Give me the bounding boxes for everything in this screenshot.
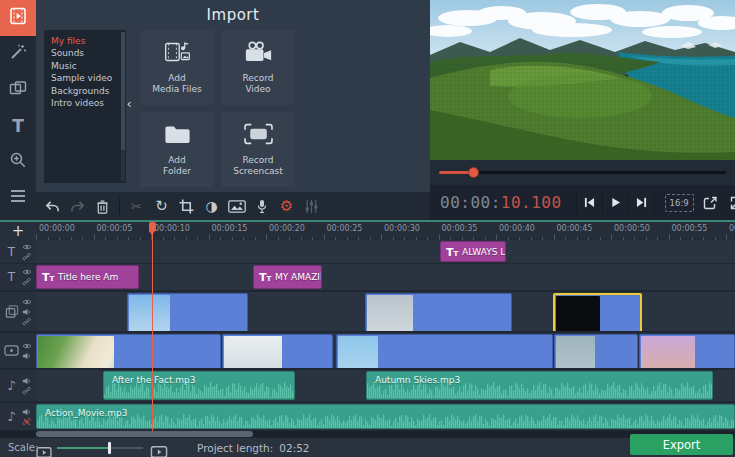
- category-backgrounds[interactable]: Backgrounds: [51, 85, 118, 97]
- category-music[interactable]: Music: [51, 60, 118, 72]
- clip-properties-button[interactable]: ⚙: [275, 195, 298, 217]
- action-label: Add Media Files: [152, 73, 202, 95]
- clip-title-track-2-1[interactable]: TT MY AMAZING: [253, 265, 322, 289]
- previous-frame-button[interactable]: [576, 192, 602, 214]
- category-sample-video[interactable]: Sample video: [51, 72, 118, 84]
- fullscreen-icon: [730, 196, 735, 210]
- scale-slider-handle[interactable]: [108, 442, 111, 454]
- playhead[interactable]: [152, 222, 153, 431]
- action-folder[interactable]: Add Folder: [140, 112, 214, 187]
- import-actions: Add Media Files Record Video Add Folder …: [140, 30, 295, 187]
- zoom-fit-button[interactable]: [36, 443, 52, 454]
- crop-icon: [179, 199, 194, 214]
- clip-video-track-4[interactable]: tracking-lo: [639, 334, 735, 368]
- sidebar-item-more[interactable]: [0, 180, 36, 216]
- clip-overlay-track-2[interactable]: Camera.n: [553, 293, 642, 331]
- color-adjustments-button[interactable]: ◑: [200, 195, 223, 217]
- seek-handle[interactable]: [468, 167, 479, 178]
- speaker-toggle[interactable]: [22, 377, 33, 385]
- pan-zoom-button[interactable]: [225, 195, 248, 217]
- action-label: Add Folder: [163, 155, 191, 177]
- preview-options: 16:9: [665, 192, 735, 214]
- clip-overlay-track-1[interactable]: girl-walking-down-road-to: [365, 293, 512, 331]
- sidebar-item-zoom[interactable]: [0, 144, 36, 180]
- track-body-audio-track-1[interactable]: After the Fact.mp3 Autumn Skies.mp3: [36, 370, 735, 401]
- clip-video-track-3[interactable]: southern: [554, 334, 638, 368]
- audio-levels-button[interactable]: [300, 195, 323, 217]
- track-body-title-track-1[interactable]: TT ALWAYS LOV: [36, 240, 735, 263]
- sidebar-item-titles[interactable]: T: [0, 108, 36, 144]
- track-row-overlay-track: beautiful-nature-no girl-walking-down-ro…: [0, 292, 735, 331]
- eye-toggle[interactable]: [22, 268, 33, 276]
- title-track-icon: T: [8, 245, 15, 259]
- sidebar: T: [0, 0, 36, 222]
- zoom-clip-button[interactable]: [150, 443, 168, 455]
- clip-audio-track-1-0[interactable]: After the Fact.mp3: [103, 371, 295, 400]
- add-track-button[interactable]: +: [3, 222, 33, 240]
- clip-thumbnail: [367, 295, 413, 331]
- clip-title-track-2-0[interactable]: TT Title here Am: [36, 265, 139, 289]
- speaker-toggle[interactable]: [22, 352, 33, 360]
- split-button[interactable]: ✂: [125, 195, 148, 217]
- track-row-audio-track-1: ♪After the Fact.mp3 Autumn Skies.mp3: [0, 370, 735, 401]
- redo-button[interactable]: [66, 195, 89, 217]
- media-category-list: My files Sounds Music Sample video Backg…: [44, 30, 126, 183]
- speaker-toggle[interactable]: [22, 308, 33, 316]
- sidebar-item-transitions[interactable]: [0, 72, 36, 108]
- track-head-title-track-2: T: [0, 264, 36, 290]
- mute-speaker-icon: [22, 308, 32, 316]
- track-body-overlay-track[interactable]: beautiful-nature-no girl-walking-down-ro…: [36, 292, 735, 331]
- seek-bar[interactable]: [439, 171, 726, 174]
- scale-slider[interactable]: [57, 447, 143, 449]
- clip-audio-track-1-1[interactable]: Autumn Skies.mp3: [366, 371, 713, 400]
- clip-video-track-0[interactable]: aerial-of-empty-beach-and-beach-h: [36, 334, 221, 368]
- eye-toggle[interactable]: [22, 342, 33, 350]
- clip-video-track-1[interactable]: clouds-over-rock: [222, 334, 333, 368]
- track-body-video-track[interactable]: aerial-of-empty-beach-and-beach-h clouds…: [36, 333, 735, 368]
- clip-overlay-track-0[interactable]: beautiful-nature-no: [127, 293, 248, 331]
- link-broken-toggle[interactable]: [22, 418, 33, 426]
- timeline-separator: [0, 220, 735, 222]
- next-frame-button[interactable]: [628, 192, 655, 214]
- collapse-panel-chevron[interactable]: ‹: [124, 92, 134, 114]
- record-audio-button[interactable]: [250, 195, 273, 217]
- track-row-title-track-1: TTT ALWAYS LOV: [0, 240, 735, 263]
- crop-button[interactable]: [175, 195, 198, 217]
- play-button[interactable]: [602, 192, 628, 214]
- export-button[interactable]: Export: [630, 434, 733, 455]
- link-toggle[interactable]: [22, 387, 33, 395]
- clip-video-track-2[interactable]: rolling-grass-hills-in-copenhagen-denmar…: [336, 334, 553, 368]
- track-head-video-track: [0, 333, 36, 368]
- preview-panel: 00:00:10.100 16:9: [430, 0, 735, 220]
- link-toggle[interactable]: [22, 253, 33, 261]
- action-media-files[interactable]: Add Media Files: [140, 30, 214, 105]
- ruler-label: 00:00:20: [269, 224, 305, 233]
- category-intro-videos[interactable]: Intro videos: [51, 97, 118, 109]
- category-sounds[interactable]: Sounds: [51, 47, 118, 59]
- action-video-camera[interactable]: Record Video: [221, 30, 295, 105]
- timeline-ruler[interactable]: 00:00:0000:00:0500:00:1000:00:1500:00:20…: [36, 222, 735, 240]
- track-body-audio-track-2[interactable]: Action_Movie.mp3: [36, 403, 735, 430]
- clip-thumbnail: [129, 295, 170, 331]
- undo-button[interactable]: [41, 195, 64, 217]
- category-my-files[interactable]: My files: [51, 35, 118, 47]
- sidebar-item-import[interactable]: [0, 0, 36, 36]
- aspect-ratio-button[interactable]: 16:9: [665, 194, 694, 212]
- sidebar-item-filters[interactable]: [0, 36, 36, 72]
- action-screencast[interactable]: Record Screencast: [221, 112, 295, 187]
- eye-toggle[interactable]: [22, 243, 33, 251]
- track-body-title-track-2[interactable]: TT Title here AmTT MY AMAZING: [36, 264, 735, 290]
- delete-button[interactable]: [91, 195, 114, 217]
- ruler-label: 00:00:25: [327, 224, 363, 233]
- clip-title-track-1-0[interactable]: TT ALWAYS LOV: [440, 241, 506, 262]
- speaker-toggle[interactable]: [22, 408, 33, 416]
- clip-thumbnail: [38, 336, 114, 368]
- detach-player-button[interactable]: [699, 192, 721, 214]
- link-toggle[interactable]: [22, 278, 33, 286]
- eye-toggle[interactable]: [22, 298, 33, 306]
- clip-audio-track-2-0[interactable]: Action_Movie.mp3: [36, 404, 735, 429]
- link-toggle[interactable]: [22, 318, 33, 326]
- rotate-button[interactable]: ↻: [150, 195, 173, 217]
- fullscreen-button[interactable]: [726, 192, 735, 214]
- previous-frame-icon: [584, 197, 595, 208]
